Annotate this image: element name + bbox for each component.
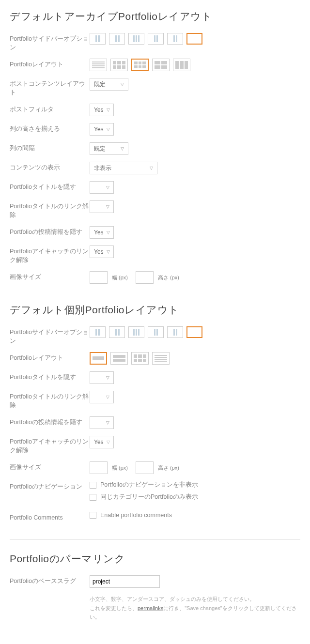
sidebar-opt-3[interactable] — [128, 326, 144, 338]
permalinks-link[interactable]: permalinks — [138, 605, 163, 611]
layout-opt-3[interactable] — [131, 59, 149, 71]
layout-opt-1[interactable] — [90, 59, 107, 71]
chevron-down-icon: ▽ — [107, 230, 110, 235]
sidebar-opt-2[interactable] — [109, 326, 125, 338]
slug-input[interactable] — [90, 575, 160, 588]
content-display-select[interactable]: 非表示▽ — [90, 162, 157, 174]
width-unit: 幅 (px) — [112, 274, 128, 281]
image-height-input-2[interactable] — [136, 461, 154, 474]
unlink-title-select-2[interactable]: ▽ — [90, 391, 114, 403]
nav-hide-label: Portfolioのナビゲーションを非表示 — [100, 481, 198, 489]
slug-label: Portfolioのベーススラグ — [10, 575, 90, 586]
post-filter-label: ポストフィルタ — [10, 104, 90, 114]
comments-label: Portfolio Comments — [10, 512, 90, 522]
chevron-down-icon: ▽ — [107, 127, 110, 132]
hide-meta-label-2: Portfolioの投稿情報を隠す — [10, 416, 90, 427]
hide-title-select-2[interactable]: ▽ — [90, 371, 114, 384]
layout-opt-2[interactable] — [110, 352, 128, 365]
unlink-title-label: Portfolioタイトルのリンク解除 — [10, 200, 90, 219]
sidebar-opt-6[interactable] — [186, 33, 202, 45]
unlink-title-select[interactable]: ▽ — [90, 200, 114, 213]
layout-opt-3[interactable] — [131, 352, 149, 365]
unlink-image-select-2[interactable]: Yes▽ — [90, 436, 114, 448]
hide-meta-label: Portfolioの投稿情報を隠す — [10, 226, 90, 237]
sidebar-option-group — [90, 33, 300, 45]
chevron-down-icon: ▽ — [121, 146, 124, 151]
image-size-label-2: 画像サイズ — [10, 461, 90, 472]
post-filter-select[interactable]: Yes▽ — [90, 104, 114, 116]
content-display-label: コンテンツの表示 — [10, 162, 90, 172]
layout-opt-2[interactable] — [110, 59, 128, 71]
slug-help: 小文字、数字、アンダースコア、ダッシュのみを使用してください。 これを変更したら… — [90, 595, 300, 622]
sidebar-option-group-2 — [90, 326, 300, 338]
image-size-label: 画像サイズ — [10, 271, 90, 282]
column-gap-select[interactable]: 既定▽ — [90, 142, 128, 155]
post-content-layout-label: ポストコンテンツレイアウト — [10, 78, 90, 97]
sidebar-opt-1[interactable] — [90, 33, 106, 45]
chevron-down-icon: ▽ — [107, 249, 110, 254]
unlink-image-select[interactable]: Yes▽ — [90, 245, 114, 258]
height-unit-2: 高さ (px) — [158, 464, 179, 472]
enable-comments-label: Enable portfolio comments — [100, 512, 172, 519]
sidebar-opt-4[interactable] — [148, 33, 164, 45]
sidebar-opt-2[interactable] — [109, 33, 125, 45]
hide-meta-select-2[interactable]: ▽ — [90, 416, 114, 429]
unlink-image-label-2: Portfolioアイキャッチのリンク解除 — [10, 436, 90, 455]
enable-comments-checkbox[interactable] — [90, 512, 96, 519]
unlink-image-label: Portfolioアイキャッチのリンク解除 — [10, 245, 90, 264]
section2-title: デフォルト個別Portfolioレイアウト — [10, 303, 300, 317]
section3-title: Portfolioのパーマリンク — [10, 552, 300, 566]
equalize-height-label: 列の高さを揃える — [10, 123, 90, 134]
layout-opt-4[interactable] — [152, 59, 170, 71]
sidebar-opt-3[interactable] — [128, 33, 144, 45]
chevron-down-icon: ▽ — [121, 82, 124, 87]
chevron-down-icon: ▽ — [150, 166, 153, 170]
layout-opt-5[interactable] — [173, 59, 190, 71]
layout-label: Portfolioレイアウト — [10, 59, 90, 69]
layout-opt-4[interactable] — [152, 352, 170, 365]
nav-samecat-label: 同じカテゴリーのPortfolioのみ表示 — [100, 493, 198, 501]
chevron-down-icon: ▽ — [106, 420, 109, 425]
chevron-down-icon: ▽ — [106, 185, 109, 190]
post-content-layout-select[interactable]: 既定▽ — [90, 78, 128, 91]
chevron-down-icon: ▽ — [106, 395, 109, 399]
image-width-input[interactable] — [90, 271, 108, 284]
image-height-input[interactable] — [136, 271, 154, 284]
hide-meta-select[interactable]: Yes▽ — [90, 226, 114, 239]
width-unit-2: 幅 (px) — [112, 464, 128, 472]
layout-option-group-2 — [90, 352, 300, 365]
equalize-height-select[interactable]: Yes▽ — [90, 123, 114, 136]
nav-hide-checkbox[interactable] — [90, 482, 96, 489]
sidebar-option-label: Portfolioサイドバーオプション — [10, 33, 90, 52]
hide-title-label-2: Portfolioタイトルを隠す — [10, 371, 90, 382]
sidebar-opt-1[interactable] — [90, 326, 106, 338]
chevron-down-icon: ▽ — [106, 204, 109, 209]
hide-title-select[interactable]: ▽ — [90, 181, 114, 194]
layout-option-group — [90, 59, 300, 71]
chevron-down-icon: ▽ — [107, 107, 110, 112]
column-gap-label: 列の間隔 — [10, 142, 90, 153]
hide-title-label: Portfolioタイトルを隠す — [10, 181, 90, 192]
sidebar-option-label-2: Portfolioサイドバーオプション — [10, 326, 90, 345]
sidebar-opt-5[interactable] — [167, 326, 183, 338]
sidebar-opt-4[interactable] — [148, 326, 164, 338]
layout-label-2: Portfolioレイアウト — [10, 352, 90, 363]
layout-opt-1[interactable] — [90, 352, 107, 365]
nav-samecat-checkbox[interactable] — [90, 494, 96, 501]
divider — [10, 539, 300, 540]
image-width-input-2[interactable] — [90, 461, 108, 474]
sidebar-opt-6[interactable] — [186, 326, 202, 338]
sidebar-opt-5[interactable] — [167, 33, 183, 45]
chevron-down-icon: ▽ — [106, 375, 109, 380]
nav-label: Portfolioのナビゲーション — [10, 481, 90, 491]
unlink-title-label-2: Portfolioタイトルのリンク解除 — [10, 391, 90, 410]
chevron-down-icon: ▽ — [107, 440, 110, 445]
height-unit: 高さ (px) — [158, 274, 179, 281]
section1-title: デフォルトアーカイブPortfolioレイアウト — [10, 10, 300, 23]
